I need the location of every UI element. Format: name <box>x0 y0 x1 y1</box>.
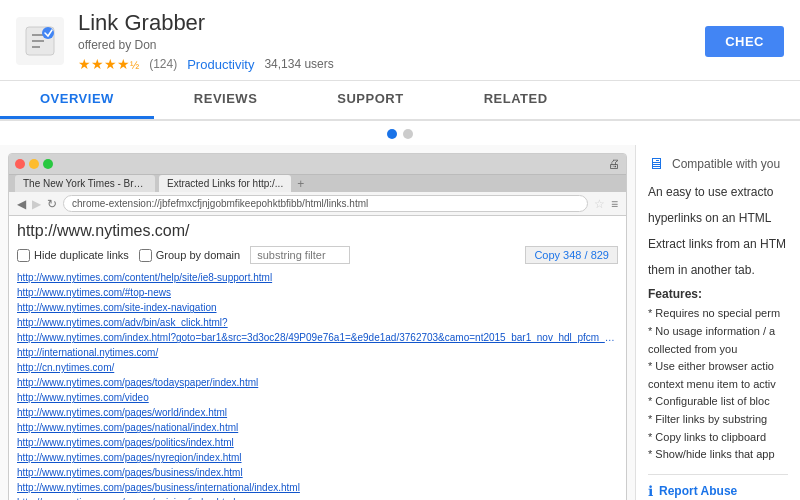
right-panel: 🖥 Compatible with you An easy to use ext… <box>636 145 800 500</box>
compat-row: 🖥 Compatible with you <box>648 155 788 173</box>
filter-input[interactable] <box>250 246 350 264</box>
list-item[interactable]: http://www.nytimes.com/adv/bin/ask_click… <box>17 315 618 330</box>
hide-duplicates-checkbox[interactable]: Hide duplicate links <box>17 249 129 262</box>
group-by-domain-checkbox[interactable]: Group by domain <box>139 249 240 262</box>
extension-meta: ★★★★½ (124) Productivity 34,134 users <box>78 56 705 72</box>
list-item[interactable]: http://www.nytimes.com/pages/nyregion/in… <box>17 450 618 465</box>
report-icon: ℹ <box>648 483 653 499</box>
forward-icon[interactable]: ▶ <box>32 197 41 211</box>
list-item[interactable]: http://cn.nytimes.com/ <box>17 360 618 375</box>
extension-author: offered by Don <box>78 38 705 52</box>
list-item[interactable]: http://www.nytimes.com/index.html?goto=b… <box>17 330 618 345</box>
desc-text-1: An easy to use extracto <box>648 183 788 201</box>
features-list: * Requires no special perm* No usage inf… <box>648 305 788 463</box>
close-icon[interactable] <box>15 159 25 169</box>
maximize-icon[interactable] <box>43 159 53 169</box>
browser-addressbar: ◀ ▶ ↻ chrome-extension://jbfefmxcfjnjgob… <box>9 192 626 216</box>
main-url-display: http://www.nytimes.com/ <box>17 222 618 240</box>
tab-support[interactable]: SUPPORT <box>297 81 443 119</box>
tab-reviews[interactable]: REVIEWS <box>154 81 297 119</box>
nav-tabs: OVERVIEW REVIEWS SUPPORT RELATED <box>0 81 800 121</box>
desc-text-3: Extract links from an HTM <box>648 235 788 253</box>
list-item: context menu item to activ <box>648 376 788 394</box>
list-item[interactable]: http://www.nytimes.com/content/help/site… <box>17 270 618 285</box>
features-title: Features: <box>648 287 788 301</box>
browser-tab-nytimes[interactable]: The New York Times - Bre... <box>15 175 155 192</box>
dot-1[interactable] <box>387 129 397 139</box>
report-abuse-link[interactable]: Report Abuse <box>659 484 737 498</box>
list-item[interactable]: http://international.nytimes.com/ <box>17 345 618 360</box>
compat-icon: 🖥 <box>648 155 664 173</box>
copy-button[interactable]: Copy 348 / 829 <box>525 246 618 264</box>
rating-count: (124) <box>149 57 177 71</box>
list-item[interactable]: http://www.nytimes.com/pages/national/in… <box>17 420 618 435</box>
list-item: * Configurable list of bloc <box>648 393 788 411</box>
list-item: * Filter links by substring <box>648 411 788 429</box>
reload-icon[interactable]: ↻ <box>47 197 57 211</box>
extension-controls: Hide duplicate links Group by domain Cop… <box>17 246 618 264</box>
list-item: collected from you <box>648 341 788 359</box>
back-icon[interactable]: ◀ <box>17 197 26 211</box>
desc-text-4: them in another tab. <box>648 261 788 279</box>
list-item[interactable]: http://www.nytimes.com/pages/business/in… <box>17 480 618 495</box>
extension-content: http://www.nytimes.com/ Hide duplicate l… <box>9 216 626 500</box>
list-item: * Copy links to clipboard <box>648 429 788 447</box>
tab-overview[interactable]: OVERVIEW <box>0 81 154 119</box>
minimize-icon[interactable] <box>29 159 39 169</box>
check-button[interactable]: CHEC <box>705 26 784 57</box>
list-item: * Show/hide links that app <box>648 446 788 464</box>
extension-header: Link Grabber offered by Don ★★★★½ (124) … <box>0 0 800 81</box>
extension-icon <box>16 17 64 65</box>
browser-mockup: 🖨 The New York Times - Bre... Extracted … <box>8 153 627 500</box>
dot-2[interactable] <box>403 129 413 139</box>
list-item[interactable]: http://www.nytimes.com/#top-news <box>17 285 618 300</box>
list-item[interactable]: http://www.nytimes.com/pages/world/index… <box>17 405 618 420</box>
list-item[interactable]: http://www.nytimes.com/pages/business/in… <box>17 465 618 480</box>
main-content: 🖨 The New York Times - Bre... Extracted … <box>0 145 800 500</box>
address-input[interactable]: chrome-extension://jbfefmxcfjnjgobmfikee… <box>63 195 588 212</box>
browser-tab-row: The New York Times - Bre... Extracted Li… <box>9 175 626 192</box>
hide-duplicates-input[interactable] <box>17 249 30 262</box>
extension-title: Link Grabber <box>78 10 705 36</box>
desc-text-2: hyperlinks on an HTML <box>648 209 788 227</box>
list-item[interactable]: http://www.nytimes.com/site-index-naviga… <box>17 300 618 315</box>
settings-icon[interactable]: ≡ <box>611 197 618 211</box>
report-abuse-row: ℹ Report Abuse <box>648 474 788 499</box>
carousel-dots <box>0 121 800 145</box>
user-count: 34,134 users <box>264 57 333 71</box>
group-by-domain-input[interactable] <box>139 249 152 262</box>
svg-point-1 <box>42 27 54 39</box>
list-item: * No usage information / a <box>648 323 788 341</box>
list-item[interactable]: http://www.nytimes.com/video <box>17 390 618 405</box>
list-item[interactable]: http://www.nytimes.com/pages/todayspaper… <box>17 375 618 390</box>
tab-related[interactable]: RELATED <box>444 81 588 119</box>
new-tab-icon[interactable]: + <box>297 177 304 191</box>
left-panel: 🖨 The New York Times - Bre... Extracted … <box>0 145 636 500</box>
browser-titlebar: 🖨 <box>9 154 626 175</box>
list-item: * Use either browser actio <box>648 358 788 376</box>
extension-info: Link Grabber offered by Don ★★★★½ (124) … <box>78 10 705 72</box>
star-bookmark-icon[interactable]: ☆ <box>594 197 605 211</box>
star-rating: ★★★★½ <box>78 56 139 72</box>
browser-tab-extracted[interactable]: Extracted Links for http:/... <box>159 175 291 192</box>
list-item[interactable]: http://www.nytimes.com/pages/politics/in… <box>17 435 618 450</box>
list-item: * Requires no special perm <box>648 305 788 323</box>
print-icon[interactable]: 🖨 <box>608 157 620 171</box>
list-item[interactable]: http://www.nytimes.com/pages/opinion/ind… <box>17 495 618 500</box>
compat-text: Compatible with you <box>672 157 780 171</box>
link-list: http://www.nytimes.com/content/help/site… <box>17 270 618 500</box>
category-link[interactable]: Productivity <box>187 57 254 72</box>
